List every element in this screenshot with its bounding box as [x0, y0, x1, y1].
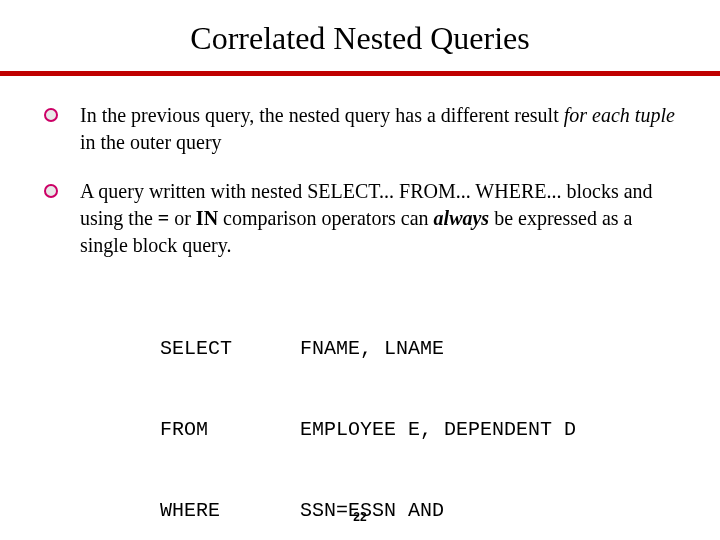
text-run: comparison operators can — [218, 207, 433, 229]
code-line: FROMEMPLOYEE E, DEPENDENT D — [160, 416, 680, 443]
text-run: in the outer query — [80, 131, 222, 153]
bullet-text: In the previous query, the nested query … — [80, 102, 680, 156]
sql-keyword: SELECT — [160, 335, 300, 362]
bullet-item: In the previous query, the nested query … — [44, 102, 680, 156]
sql-args: FNAME, LNAME — [300, 335, 444, 362]
text-run: In the previous query, the nested query … — [80, 104, 564, 126]
title-rule — [0, 71, 720, 76]
emphasis-text: for each tuple — [564, 104, 675, 126]
bold-equals: = — [158, 207, 169, 229]
code-line: SELECTFNAME, LNAME — [160, 335, 680, 362]
slide: Correlated Nested Queries In the previou… — [0, 0, 720, 540]
sql-args: EMPLOYEE E, DEPENDENT D — [300, 416, 576, 443]
sql-keyword: FROM — [160, 416, 300, 443]
bold-italic-always: always — [434, 207, 490, 229]
bullet-text: A query written with nested SELECT... FR… — [80, 178, 680, 259]
page-number: 22 — [0, 510, 720, 524]
slide-title: Correlated Nested Queries — [40, 20, 680, 57]
sql-code-block: SELECTFNAME, LNAME FROMEMPLOYEE E, DEPEN… — [160, 281, 680, 540]
text-run: or — [169, 207, 196, 229]
bold-keyword-in: IN — [196, 207, 218, 229]
bullet-list: In the previous query, the nested query … — [44, 102, 680, 259]
bullet-marker-icon — [44, 184, 58, 198]
bullet-item: A query written with nested SELECT... FR… — [44, 178, 680, 259]
bullet-marker-icon — [44, 108, 58, 122]
